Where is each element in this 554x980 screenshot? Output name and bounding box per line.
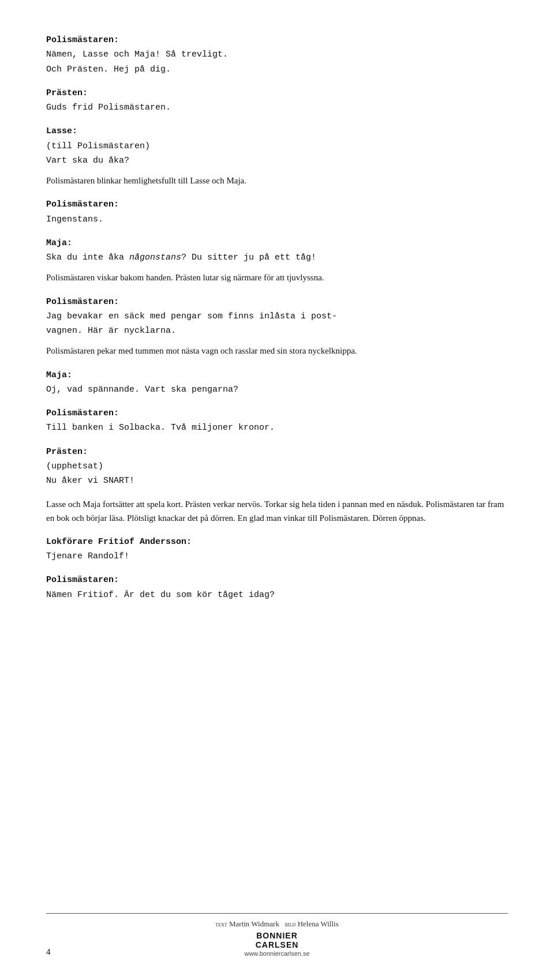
dialogue-8: Jag bevakar en säck med pengar som finns…: [46, 310, 508, 323]
brand-name: BONNIER CARLSEN: [0, 931, 554, 949]
speaker-maja-2: Maja:: [46, 369, 508, 382]
speaker-polismastaren-4: Polismästaren:: [46, 407, 508, 420]
dialogue-2: Och Prästen. Hej på dig.: [46, 63, 508, 76]
speaker-polismastaren-1: Polismästaren:: [46, 33, 508, 47]
speaker-polismastaren-5: Polismästaren:: [46, 573, 508, 587]
dialogue-15: Nämen Fritiof. Är det du som kör tåget i…: [46, 588, 508, 602]
speaker-maja-1: Maja:: [46, 236, 508, 250]
stage-3: Polismästaren pekar med tummen mot nästa…: [46, 344, 508, 358]
footer-divider: [46, 913, 508, 914]
dialogue-11: Till banken i Solbacka. Två miljoner kro…: [46, 421, 508, 434]
speaker-prasten-2: Prästen:: [46, 445, 508, 459]
italic-nагonstans: någonstans: [129, 253, 181, 262]
dialogue-12: (upphetsat): [46, 460, 508, 473]
page-footer: text Martin Widmark bild Helena Willis B…: [0, 913, 554, 957]
stage-4: Lasse och Maja fortsätter att spela kort…: [46, 498, 508, 525]
brand-line2: CARLSEN: [256, 940, 299, 949]
stage-2: Polismästaren viskar bakom handen. Präst…: [46, 271, 508, 284]
dialogue-1: Nämen, Lasse och Maja! Så trevligt.: [46, 48, 508, 61]
speaker-prasten-1: Prästen:: [46, 87, 508, 100]
dialogue-7: Ska du inte åka någonstans? Du sitter ju…: [46, 251, 508, 264]
footer-credits: text Martin Widmark bild Helena Willis: [0, 919, 554, 929]
brand-url: www.bonniercarlsen.se: [0, 950, 554, 957]
text-label: text: [215, 920, 227, 928]
bild-author: Helena Willis: [298, 919, 339, 928]
dialogue-6: Ingenstans.: [46, 213, 508, 226]
dialogue-13: Nu åker vi SNART!: [46, 474, 508, 487]
dialogue-14: Tjenare Randolf!: [46, 550, 508, 563]
bild-label: bild: [285, 920, 296, 928]
text-author: Martin Widmark: [229, 919, 279, 928]
page-content: Polismästaren: Nämen, Lasse och Maja! Så…: [46, 33, 508, 602]
speaker-lasse-1: Lasse:: [46, 125, 508, 138]
speaker-polismastaren-3: Polismästaren:: [46, 295, 508, 309]
speaker-polismastaren-2: Polismästaren:: [46, 198, 508, 211]
brand-line1: BONNIER: [256, 931, 298, 940]
dialogue-10: Oj, vad spännande. Vart ska pengarna?: [46, 383, 508, 396]
dialogue-9: vagnen. Här är nycklarna.: [46, 324, 508, 337]
dialogue-3: Guds frid Polismästaren.: [46, 101, 508, 114]
stage-1: Polismästaren blinkar hemlighetsfullt ti…: [46, 174, 508, 187]
speaker-lokforare: Lokförare Fritiof Andersson:: [46, 535, 508, 549]
dialogue-4: (till Polismästaren): [46, 140, 508, 153]
dialogue-5: Vart ska du åka?: [46, 154, 508, 167]
